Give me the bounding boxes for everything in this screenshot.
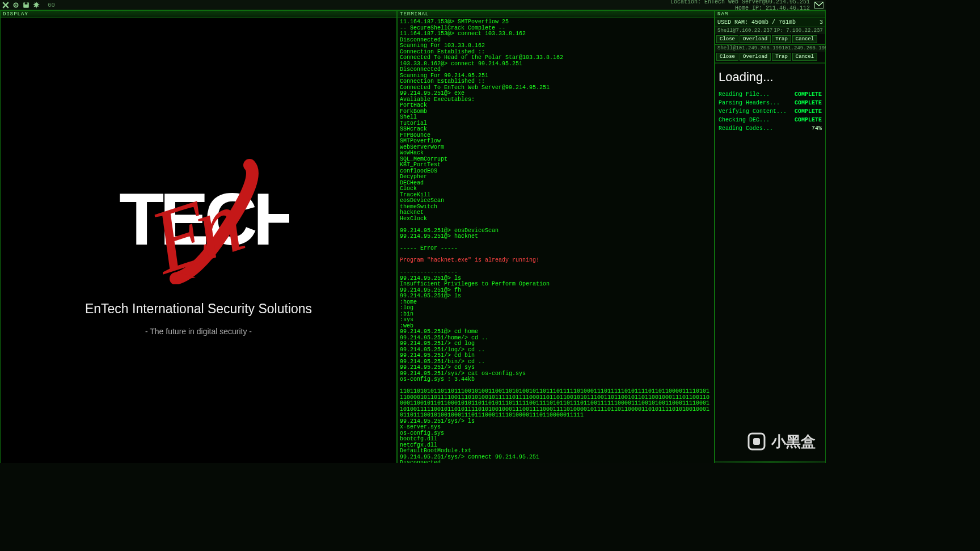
entech-logo: TECH En bbox=[108, 148, 289, 284]
terminal-line: Scanning For 103.33.8.162 bbox=[400, 43, 712, 49]
terminal-line: WoWHack bbox=[400, 150, 712, 157]
terminal-line: PortHack bbox=[400, 103, 712, 109]
loading-row-status: COMPLETE bbox=[795, 117, 822, 123]
terminal-line: 99.214.95.251/> cd log bbox=[400, 341, 712, 347]
terminal-line: :log bbox=[400, 305, 712, 312]
loading-row-label: Verifying Content... bbox=[719, 108, 787, 115]
terminal-line: :bin bbox=[400, 312, 712, 318]
terminal-line: bootcfg.dll bbox=[400, 436, 712, 443]
shell-label: Shell@7.160.22.237 bbox=[717, 28, 772, 33]
loading-row: Reading Codes...74% bbox=[719, 124, 822, 133]
terminal-line: themeSwitch bbox=[400, 204, 712, 211]
terminal-line: Decypher bbox=[400, 174, 712, 180]
terminal-panel: TERMINAL 11.164.187.153@> SMTPoverflow 2… bbox=[397, 10, 715, 463]
terminal-output: 11.164.187.153@> SMTPoverflow 25-- Secur… bbox=[398, 18, 714, 463]
terminal-line: 99.214.95.251@> hacknet bbox=[400, 234, 712, 240]
shell-overload-button[interactable]: Overload bbox=[740, 35, 771, 43]
terminal-line: Disconnected bbox=[400, 460, 712, 463]
terminal-line: 99.214.95.251@> exe bbox=[400, 91, 712, 97]
loading-row: Verifying Content...COMPLETE bbox=[719, 107, 822, 116]
terminal-line: 99.214.95.251/> cd bin bbox=[400, 353, 712, 359]
terminal-line: x-server.sys bbox=[400, 424, 712, 431]
gear-icon[interactable] bbox=[12, 2, 19, 9]
loading-row-status: COMPLETE bbox=[795, 91, 822, 98]
terminal-line: confloodEOS bbox=[400, 169, 712, 175]
loading-row-status: COMPLETE bbox=[795, 108, 822, 115]
loading-row: Checking DEC...COMPLETE bbox=[719, 116, 822, 124]
terminal-line: 99.214.95.251/> cd sys bbox=[400, 365, 712, 371]
loading-row-status: 74% bbox=[812, 125, 822, 132]
shell-ip: 101.249.206.199 bbox=[782, 45, 826, 51]
display-panel: DISPLAY TECH En EnTech International Sec… bbox=[0, 10, 397, 463]
terminal-line: eosDeviceScan bbox=[400, 198, 712, 204]
terminal-line: 99.214.95.251/sys/> connect 99.214.95.25… bbox=[400, 455, 712, 461]
terminal-line: SQL_MemCorrupt bbox=[400, 157, 712, 163]
loading-row-label: Reading File... bbox=[719, 91, 770, 98]
fps-counter: 60 bbox=[48, 2, 55, 9]
shell-trap-button[interactable]: Trap bbox=[772, 53, 791, 61]
terminal-line: :sys bbox=[400, 317, 712, 323]
terminal-line: 99.214.95.251/sys/> ls bbox=[400, 419, 712, 425]
terminal-line: 1101101010110110111001010011001101010010… bbox=[400, 389, 712, 419]
shell-ip: IP: 7.160.22.237 bbox=[774, 28, 823, 33]
terminal-line: 99.214.95.251@> cd home bbox=[400, 329, 712, 335]
shell-block: Shell@101.249.206.199101.249.206.199 Clo… bbox=[715, 45, 825, 62]
mail-icon[interactable] bbox=[814, 2, 823, 9]
terminal-line: Program "hacknet.exe" is already running… bbox=[400, 258, 712, 264]
terminal-line: SSHcrack bbox=[400, 127, 712, 133]
terminal-line: ForkBomb bbox=[400, 109, 712, 115]
terminal-line: HexClock bbox=[400, 216, 712, 222]
ram-divider bbox=[715, 461, 825, 463]
terminal-line: TraceKill bbox=[400, 192, 712, 199]
shell-close-button[interactable]: Close bbox=[716, 35, 738, 43]
terminal-line: ----------------- bbox=[400, 270, 712, 276]
terminal-title: TERMINAL bbox=[398, 11, 714, 18]
shell-close-button[interactable]: Close bbox=[716, 53, 738, 61]
terminal-line: Avaliable Executables: bbox=[400, 97, 712, 103]
terminal-line: Tutorial bbox=[400, 121, 712, 127]
loading-block: Loading... Reading File...COMPLETEParsin… bbox=[715, 64, 825, 138]
terminal-line: ----- Error ----- bbox=[400, 246, 712, 252]
ram-used-count: 3 bbox=[820, 19, 823, 26]
terminal-line: 11.164.187.153@> SMTPoverflow 25 bbox=[400, 19, 712, 26]
terminal-line: 99.214.95.251@> ls bbox=[400, 293, 712, 300]
terminal-line: KBT_PortTest bbox=[400, 162, 712, 169]
terminal-line: Insufficient Privileges to Perform Opera… bbox=[400, 281, 712, 288]
terminal-line: Connection Established :: bbox=[400, 79, 712, 85]
terminal-line: Connected To Head of the Polar Star@103.… bbox=[400, 55, 712, 61]
shell-label: Shell@101.249.206.199 bbox=[717, 45, 782, 51]
terminal-line: os-config.sys : 3.44kb bbox=[400, 377, 712, 383]
terminal-line bbox=[400, 222, 712, 228]
shell-cancel-button[interactable]: Cancel bbox=[792, 53, 817, 61]
terminal-line: 103.33.8.162@> connect 99.214.95.251 bbox=[400, 61, 712, 68]
shell-trap-button[interactable]: Trap bbox=[772, 35, 791, 43]
tagline: - The future in digital security - bbox=[145, 327, 252, 336]
terminal-line: hacknet bbox=[400, 210, 712, 216]
terminal-line: FTPBounce bbox=[400, 133, 712, 139]
svg-rect-3 bbox=[25, 2, 28, 5]
company-name: EnTech International Security Solutions bbox=[85, 301, 312, 317]
terminal-line: SMTPoverflow bbox=[400, 138, 712, 145]
terminal-line: os-config.sys bbox=[400, 431, 712, 437]
loading-row-status: COMPLETE bbox=[795, 100, 822, 106]
terminal-line: DefaultBootModule.txt bbox=[400, 448, 712, 455]
shell-cancel-button[interactable]: Cancel bbox=[792, 35, 817, 43]
loading-title: Loading... bbox=[719, 70, 822, 85]
loading-row: Parsing Headers...COMPLETE bbox=[719, 99, 822, 107]
close-icon[interactable] bbox=[2, 2, 9, 9]
loading-row-label: Parsing Headers... bbox=[719, 100, 780, 106]
svg-point-1 bbox=[15, 4, 16, 5]
save-icon[interactable] bbox=[23, 2, 29, 9]
gear-icon-2[interactable] bbox=[33, 2, 40, 9]
ram-panel: RAM USED RAM: 450mb / 761mb 3 Shell@7.16… bbox=[715, 10, 826, 463]
shell-overload-button[interactable]: Overload bbox=[740, 53, 771, 61]
loading-row-label: Checking DEC... bbox=[719, 117, 770, 123]
terminal-line: Disconnected bbox=[400, 67, 712, 73]
terminal-line: 11.164.187.153@> connect 103.33.8.162 bbox=[400, 31, 712, 37]
display-title: DISPLAY bbox=[1, 11, 396, 18]
location-label: Location: EnTech Web Server@99.214.95.25… bbox=[670, 0, 810, 5]
terminal-line: Clock bbox=[400, 186, 712, 192]
ram-title: RAM bbox=[715, 11, 825, 18]
topbar: 60 Location: EnTech Web Server@99.214.95… bbox=[0, 0, 826, 10]
terminal-line: DECHead bbox=[400, 180, 712, 187]
